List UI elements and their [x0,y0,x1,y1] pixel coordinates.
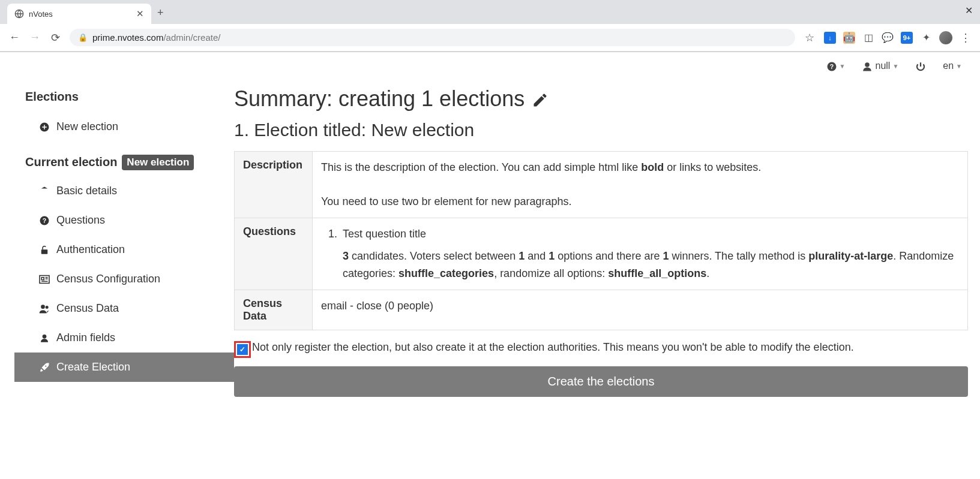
sidebar-item-label: Census Configuration [56,273,160,285]
caret-down-icon: ▼ [892,63,898,70]
user-label: null [875,61,890,71]
sidebar-item-authentication[interactable]: Authentication [14,235,234,264]
browser-menu-icon[interactable]: ⋮ [960,31,972,44]
question-icon: ? [38,214,50,227]
checkbox-label: Not only register the election, but also… [252,341,854,354]
svg-point-10 [46,306,49,309]
extension-icon-3[interactable]: ◫ [862,32,874,44]
extension-icons: ↓ 🤖 ◫ 💬 9+ ✦ ⋮ [824,31,972,44]
caret-down-icon: ▼ [840,63,846,70]
unlock-icon [38,243,50,256]
new-tab-button[interactable]: + [151,2,170,24]
register-create-checkbox-row: ✓ Not only register the election, but al… [234,341,968,358]
value-description: This is the description of the election.… [313,151,968,218]
caret-down-icon: ▼ [956,63,962,70]
newspaper-icon [38,273,50,285]
power-button[interactable] [915,61,926,72]
url-input[interactable]: 🔒 prime.nvotes.com/admin/create/ [70,29,795,46]
svg-text:?: ? [829,63,833,70]
power-icon [915,61,926,72]
back-button[interactable]: ← [8,31,20,44]
forward-button[interactable]: → [29,31,41,44]
page-title: Summary: creating 1 elections [234,86,968,112]
table-row: Questions Test question title 3 candidat… [235,218,968,290]
sidebar-item-label: Basic details [56,185,117,197]
reload-button[interactable]: ⟳ [49,31,61,44]
sidebar-current-election: Current election New election [25,155,234,170]
main-content: Summary: creating 1 elections 1. Electio… [234,80,980,421]
url-host: prime.nvotes.com [92,32,163,43]
extensions-puzzle-icon[interactable]: ✦ [920,32,932,44]
label-questions: Questions [235,218,313,290]
checkbox-highlight: ✓ [234,341,251,358]
table-row: Census Data email - close (0 people) [235,290,968,330]
sidebar-heading-elections: Elections [25,90,234,104]
sidebar-item-census-data[interactable]: Census Data [14,294,234,323]
sidebar-item-label: Census Data [56,302,119,315]
extension-icon-5[interactable]: 9+ [901,32,913,44]
current-election-badge: New election [122,155,194,170]
table-row: Description This is the description of t… [235,151,968,218]
download-extension-icon[interactable]: ↓ [824,32,836,44]
language-label: en [943,61,954,71]
user-menu[interactable]: null ▼ [862,61,898,72]
tab-title: nVotes [29,10,53,19]
language-menu[interactable]: en ▼ [943,61,962,71]
svg-point-12 [45,366,46,367]
tab-bar: nVotes ✕ + [0,0,980,24]
sidebar-item-label: Create Election [56,361,130,373]
main-layout: Elections New election Current election … [0,80,980,421]
sidebar-heading-current: Current election [25,155,117,169]
url-path: /admin/create/ [163,32,220,43]
sidebar-item-basic-details[interactable]: Basic details [14,176,234,206]
register-create-checkbox[interactable]: ✓ [237,344,248,355]
tab-close-icon[interactable]: ✕ [136,8,144,19]
rocket-icon [38,361,50,373]
sidebar-item-new-election[interactable]: New election [14,112,234,141]
sidebar-item-label: Admin fields [56,332,115,344]
svg-text:?: ? [43,217,46,224]
value-questions: Test question title 3 candidates. Voters… [313,218,968,290]
label-description: Description [235,151,313,218]
sidebar-item-label: Questions [56,214,105,227]
question-detail: 3 candidates. Voters select between 1 an… [343,248,959,282]
profile-avatar[interactable] [939,31,952,44]
extension-icon-2[interactable]: 🤖 [843,32,855,44]
address-bar: ← → ⟳ 🔒 prime.nvotes.com/admin/create/ ☆… [0,24,980,52]
help-menu[interactable]: ? ▼ [826,61,846,72]
globe-icon [14,9,24,19]
browser-chrome: ✕ nVotes ✕ + ← → ⟳ 🔒 prime.nvotes.com/ad… [0,0,980,52]
help-icon: ? [826,61,837,72]
sidebar-item-questions[interactable]: ? Questions [14,206,234,235]
create-elections-button[interactable]: Create the elections [234,366,968,397]
sidebar-item-admin-fields[interactable]: Admin fields [14,323,234,353]
users-icon [38,302,50,315]
building-icon [38,185,50,197]
bookmark-star-icon[interactable]: ☆ [804,31,816,44]
sidebar-item-census-config[interactable]: Census Configuration [14,264,234,294]
plus-circle-icon [38,120,50,133]
user-icon [862,61,873,72]
value-census: email - close (0 people) [313,290,968,330]
browser-tab[interactable]: nVotes ✕ [7,4,151,24]
summary-table: Description This is the description of t… [234,151,968,330]
sidebar-item-create-election[interactable]: Create Election [14,353,234,382]
edit-pencil-icon[interactable] [532,86,549,112]
lock-icon: 🔒 [78,33,88,42]
page-viewport: ? ▼ null ▼ en ▼ Elections New election C… [0,52,980,477]
window-close-icon[interactable]: ✕ [965,5,973,16]
chat-extension-icon[interactable]: 💬 [882,32,894,44]
page-scroll[interactable]: ? ▼ null ▼ en ▼ Elections New election C… [0,52,980,477]
label-census: Census Data [235,290,313,330]
user-icon [38,332,50,344]
election-heading: 1. Election titled: New election [234,120,968,140]
sidebar-item-label: Authentication [56,243,125,256]
sidebar: Elections New election Current election … [0,80,234,421]
sidebar-item-label: New election [56,120,118,133]
svg-point-3 [865,62,870,67]
app-topbar: ? ▼ null ▼ en ▼ [0,52,980,80]
question-item: Test question title 3 candidates. Voters… [340,225,959,282]
svg-point-11 [43,335,47,339]
svg-rect-7 [41,249,48,254]
svg-point-9 [41,305,45,309]
